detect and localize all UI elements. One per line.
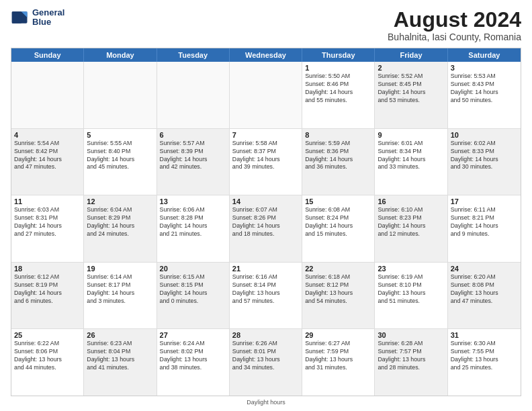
cell-info: Sunrise: 6:10 AM Sunset: 8:23 PM Dayligh… — [378, 206, 444, 238]
day-number: 13 — [160, 197, 226, 205]
day-number: 30 — [378, 331, 444, 339]
calendar-body: 1Sunrise: 5:50 AM Sunset: 8:46 PM Daylig… — [11, 62, 521, 396]
cal-cell: 26Sunrise: 6:23 AM Sunset: 8:04 PM Dayli… — [84, 329, 157, 396]
day-number: 11 — [14, 197, 81, 205]
cell-info: Sunrise: 6:11 AM Sunset: 8:21 PM Dayligh… — [451, 206, 518, 238]
subtitle: Buhalnita, Iasi County, Romania — [388, 32, 521, 42]
calendar-header: SundayMondayTuesdayWednesdayThursdayFrid… — [11, 48, 521, 62]
cell-info: Sunrise: 5:50 AM Sunset: 8:46 PM Dayligh… — [305, 73, 371, 105]
cal-cell: 29Sunrise: 6:27 AM Sunset: 7:59 PM Dayli… — [302, 329, 375, 396]
logo-icon — [11, 8, 30, 27]
cell-info: Sunrise: 5:53 AM Sunset: 8:43 PM Dayligh… — [451, 73, 518, 105]
day-number: 21 — [232, 265, 299, 273]
cal-cell — [11, 62, 84, 128]
cell-info: Sunrise: 5:52 AM Sunset: 8:45 PM Dayligh… — [378, 73, 444, 105]
cal-week-row: 1Sunrise: 5:50 AM Sunset: 8:46 PM Daylig… — [11, 62, 521, 129]
cal-cell: 7Sunrise: 5:58 AM Sunset: 8:37 PM Daylig… — [230, 129, 302, 195]
logo-line1: General — [32, 8, 64, 17]
cal-cell: 5Sunrise: 5:55 AM Sunset: 8:40 PM Daylig… — [84, 129, 157, 195]
cal-week-row: 18Sunrise: 6:12 AM Sunset: 8:19 PM Dayli… — [11, 263, 521, 330]
cal-cell: 22Sunrise: 6:18 AM Sunset: 8:12 PM Dayli… — [302, 263, 375, 329]
cell-info: Sunrise: 6:27 AM Sunset: 7:59 PM Dayligh… — [305, 340, 371, 372]
cell-info: Sunrise: 5:57 AM Sunset: 8:39 PM Dayligh… — [160, 140, 226, 172]
cell-info: Sunrise: 6:12 AM Sunset: 8:19 PM Dayligh… — [14, 273, 81, 306]
day-number: 15 — [305, 197, 371, 205]
day-number: 5 — [87, 131, 153, 139]
cal-cell: 25Sunrise: 6:22 AM Sunset: 8:06 PM Dayli… — [11, 329, 84, 396]
cell-info: Sunrise: 6:18 AM Sunset: 8:12 PM Dayligh… — [305, 273, 371, 306]
cal-header-day: Friday — [375, 48, 447, 62]
day-number: 17 — [451, 197, 518, 205]
cal-cell: 13Sunrise: 6:06 AM Sunset: 8:28 PM Dayli… — [157, 195, 230, 262]
cal-cell — [157, 62, 230, 128]
cal-cell: 16Sunrise: 6:10 AM Sunset: 8:23 PM Dayli… — [375, 195, 447, 262]
cal-cell: 1Sunrise: 5:50 AM Sunset: 8:46 PM Daylig… — [302, 62, 375, 128]
cell-info: Sunrise: 6:16 AM Sunset: 8:14 PM Dayligh… — [232, 273, 299, 306]
cell-info: Sunrise: 5:59 AM Sunset: 8:36 PM Dayligh… — [305, 140, 371, 172]
cell-info: Sunrise: 6:30 AM Sunset: 7:55 PM Dayligh… — [451, 340, 518, 372]
cell-info: Sunrise: 6:04 AM Sunset: 8:29 PM Dayligh… — [87, 206, 153, 238]
day-number: 6 — [160, 131, 226, 139]
day-number: 25 — [14, 331, 81, 339]
day-number: 23 — [378, 265, 444, 273]
cal-header-day: Wednesday — [230, 48, 302, 62]
cell-info: Sunrise: 6:03 AM Sunset: 8:31 PM Dayligh… — [14, 206, 81, 238]
cal-cell: 9Sunrise: 6:01 AM Sunset: 8:34 PM Daylig… — [375, 129, 447, 195]
cal-cell: 24Sunrise: 6:20 AM Sunset: 8:08 PM Dayli… — [448, 263, 521, 329]
header: General Blue August 2024 Buhalnita, Iasi… — [11, 8, 521, 42]
cell-info: Sunrise: 6:20 AM Sunset: 8:08 PM Dayligh… — [451, 273, 518, 306]
page: General Blue August 2024 Buhalnita, Iasi… — [0, 0, 532, 411]
cell-info: Sunrise: 5:54 AM Sunset: 8:42 PM Dayligh… — [14, 140, 81, 172]
cal-cell: 30Sunrise: 6:28 AM Sunset: 7:57 PM Dayli… — [375, 329, 447, 396]
cal-header-day: Sunday — [11, 48, 84, 62]
day-number: 9 — [378, 131, 444, 139]
day-number: 24 — [451, 265, 518, 273]
cell-info: Sunrise: 6:14 AM Sunset: 8:17 PM Dayligh… — [87, 273, 153, 306]
cal-header-day: Saturday — [448, 48, 521, 62]
cell-info: Sunrise: 6:15 AM Sunset: 8:15 PM Dayligh… — [160, 273, 226, 306]
cal-cell: 10Sunrise: 6:02 AM Sunset: 8:33 PM Dayli… — [448, 129, 521, 195]
day-number: 18 — [14, 265, 81, 273]
cell-info: Sunrise: 6:02 AM Sunset: 8:33 PM Dayligh… — [451, 140, 518, 172]
cal-cell: 4Sunrise: 5:54 AM Sunset: 8:42 PM Daylig… — [11, 129, 84, 195]
cal-cell: 19Sunrise: 6:14 AM Sunset: 8:17 PM Dayli… — [84, 263, 157, 329]
day-number: 26 — [87, 331, 153, 339]
cal-week-row: 4Sunrise: 5:54 AM Sunset: 8:42 PM Daylig… — [11, 129, 521, 196]
cell-info: Sunrise: 6:06 AM Sunset: 8:28 PM Dayligh… — [160, 206, 226, 238]
cell-info: Sunrise: 6:19 AM Sunset: 8:10 PM Dayligh… — [378, 273, 444, 306]
cal-cell: 3Sunrise: 5:53 AM Sunset: 8:43 PM Daylig… — [448, 62, 521, 128]
cal-header-day: Thursday — [302, 48, 375, 62]
cal-week-row: 11Sunrise: 6:03 AM Sunset: 8:31 PM Dayli… — [11, 195, 521, 263]
day-number: 1 — [305, 64, 371, 72]
svg-rect-2 — [12, 12, 21, 24]
cal-cell: 12Sunrise: 6:04 AM Sunset: 8:29 PM Dayli… — [84, 195, 157, 262]
day-number: 3 — [451, 64, 518, 72]
cal-cell: 31Sunrise: 6:30 AM Sunset: 7:55 PM Dayli… — [448, 329, 521, 396]
cal-header-day: Monday — [84, 48, 157, 62]
cal-cell: 23Sunrise: 6:19 AM Sunset: 8:10 PM Dayli… — [375, 263, 447, 329]
cal-cell: 18Sunrise: 6:12 AM Sunset: 8:19 PM Dayli… — [11, 263, 84, 329]
day-number: 16 — [378, 197, 444, 205]
cell-info: Sunrise: 6:08 AM Sunset: 8:24 PM Dayligh… — [305, 206, 371, 238]
day-number: 29 — [305, 331, 371, 339]
cell-info: Sunrise: 6:23 AM Sunset: 8:04 PM Dayligh… — [87, 340, 153, 372]
day-number: 12 — [87, 197, 153, 205]
cell-info: Sunrise: 6:22 AM Sunset: 8:06 PM Dayligh… — [14, 340, 81, 372]
cal-week-row: 25Sunrise: 6:22 AM Sunset: 8:06 PM Dayli… — [11, 329, 521, 396]
day-number: 8 — [305, 131, 371, 139]
day-number: 19 — [87, 265, 153, 273]
logo-line2: Blue — [32, 17, 64, 27]
cal-cell: 28Sunrise: 6:26 AM Sunset: 8:01 PM Dayli… — [230, 329, 302, 396]
day-number: 7 — [232, 131, 299, 139]
cal-cell: 8Sunrise: 5:59 AM Sunset: 8:36 PM Daylig… — [302, 129, 375, 195]
cell-info: Sunrise: 6:28 AM Sunset: 7:57 PM Dayligh… — [378, 340, 444, 372]
day-number: 4 — [14, 131, 81, 139]
cell-info: Sunrise: 6:07 AM Sunset: 8:26 PM Dayligh… — [232, 206, 299, 238]
cal-cell — [84, 62, 157, 128]
cell-info: Sunrise: 5:58 AM Sunset: 8:37 PM Dayligh… — [232, 140, 299, 172]
calendar: SundayMondayTuesdayWednesdayThursdayFrid… — [11, 48, 521, 396]
cell-info: Sunrise: 6:26 AM Sunset: 8:01 PM Dayligh… — [232, 340, 299, 372]
cell-info: Sunrise: 6:24 AM Sunset: 8:02 PM Dayligh… — [160, 340, 226, 372]
cal-cell: 14Sunrise: 6:07 AM Sunset: 8:26 PM Dayli… — [230, 195, 302, 262]
day-number: 27 — [160, 331, 226, 339]
